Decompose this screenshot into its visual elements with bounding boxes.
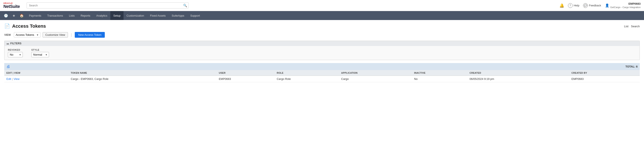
nav-customization-label: Customization bbox=[126, 14, 144, 17]
nav-setup[interactable]: Setup bbox=[110, 11, 124, 20]
col-created-by: CREATED BY bbox=[569, 70, 640, 76]
table-header-row: EDIT | VIEW TOKEN NAME USER ROLE APPLICA… bbox=[4, 70, 640, 76]
nav-analytics[interactable]: Analytics bbox=[93, 11, 110, 20]
view-select-wrapper: Access Tokens ▼ bbox=[14, 32, 40, 38]
page-actions: List Search bbox=[624, 25, 640, 28]
top-bar: ORACLE NetSuite 🔍 🔔 ? Help 💬 Feedback 👤 … bbox=[0, 0, 644, 11]
row-inactive: No bbox=[412, 76, 467, 82]
revoked-label: REVOKED bbox=[8, 48, 23, 51]
logo-area: ORACLE NetSuite bbox=[4, 2, 20, 8]
nav-transactions-label: Transactions bbox=[47, 14, 63, 17]
table-toolbar: 🖨 TOTAL: 6 bbox=[4, 63, 640, 70]
user-name: EMP0683 bbox=[610, 2, 640, 6]
revoked-select-wrapper: No Yes ▼ bbox=[8, 52, 23, 57]
col-token-name: TOKEN NAME bbox=[68, 70, 216, 76]
total-label: TOTAL: 6 bbox=[626, 65, 638, 68]
row-created: 06/05/2024 9:19 pm bbox=[468, 76, 570, 82]
nav-reports[interactable]: Reports bbox=[78, 11, 93, 20]
home-icon[interactable]: 🏠 bbox=[18, 11, 26, 20]
user-info: EMP0683 GetCargo - Cargo Integration bbox=[610, 2, 640, 9]
style-select-wrapper: Normal Custom ▼ bbox=[31, 52, 49, 57]
nav-payments[interactable]: Payments bbox=[26, 11, 44, 20]
page-title-area: 📄 Access Tokens bbox=[4, 24, 46, 29]
nav-setup-label: Setup bbox=[113, 14, 120, 17]
nav-customization[interactable]: Customization bbox=[124, 11, 147, 20]
view-label: VIEW bbox=[4, 34, 11, 36]
nav-fixed-assets[interactable]: Fixed Assets bbox=[147, 11, 169, 20]
col-application: APPLICATION bbox=[339, 70, 412, 76]
nav-lists-label: Lists bbox=[69, 14, 75, 17]
top-right-area: 🔔 ? Help 💬 Feedback 👤 EMP0683 GetCargo -… bbox=[560, 2, 640, 9]
view-select[interactable]: Access Tokens bbox=[14, 32, 40, 38]
col-created: CREATED bbox=[468, 70, 570, 76]
search-bar: 🔍 bbox=[26, 2, 188, 8]
netsuite-logo: NetSuite bbox=[4, 4, 20, 8]
filters-header: ▬ FILTERS bbox=[4, 41, 640, 46]
nav-transactions[interactable]: Transactions bbox=[44, 11, 66, 20]
feedback-icon: 💬 bbox=[583, 3, 588, 8]
page-title: Access Tokens bbox=[12, 24, 46, 29]
collapse-icon[interactable]: ▬ bbox=[6, 42, 9, 45]
list-link[interactable]: List bbox=[624, 25, 628, 28]
nav-suiteapps-label: SuiteApps bbox=[172, 14, 184, 17]
row-created-by: EMP0683 bbox=[569, 76, 640, 82]
style-label: STYLE bbox=[31, 48, 49, 51]
row-role: Cargo Role bbox=[274, 76, 339, 82]
page-icon: 📄 bbox=[4, 24, 10, 29]
nav-support[interactable]: Support bbox=[187, 11, 203, 20]
search-link[interactable]: Search bbox=[631, 25, 640, 28]
search-input[interactable] bbox=[26, 2, 188, 8]
filters-body: REVOKED No Yes ▼ STYLE Normal Custom ▼ bbox=[4, 46, 640, 60]
row-token-name: Cargo - EMP0683, Cargo Role bbox=[68, 76, 216, 82]
view-link[interactable]: View bbox=[14, 77, 20, 80]
table-section: 🖨 TOTAL: 6 EDIT | VIEW TOKEN NAME USER R… bbox=[4, 63, 640, 82]
toolbar: VIEW Access Tokens ▼ Customize View | Ne… bbox=[4, 32, 640, 38]
nav-fixed-assets-label: Fixed Assets bbox=[150, 14, 166, 17]
favorites-icon[interactable]: ★ bbox=[10, 11, 18, 20]
page-content: 📄 Access Tokens List Search VIEW Access … bbox=[0, 20, 644, 86]
help-item[interactable]: ? Help bbox=[568, 3, 580, 8]
table-row: Edit | View Cargo - EMP0683, Cargo Role … bbox=[4, 76, 640, 82]
nav-payments-label: Payments bbox=[29, 14, 41, 17]
nav-suiteapps[interactable]: SuiteApps bbox=[169, 11, 187, 20]
col-edit-view: EDIT | VIEW bbox=[4, 70, 68, 76]
col-inactive: INACTIVE bbox=[412, 70, 467, 76]
feedback-label: Feedback bbox=[589, 4, 601, 7]
notifications-icon[interactable]: 🔔 bbox=[560, 3, 564, 8]
user-icon: 👤 bbox=[605, 4, 609, 8]
new-access-token-button[interactable]: New Access Token bbox=[75, 32, 105, 38]
style-filter-group: STYLE Normal Custom ▼ bbox=[31, 48, 49, 57]
edit-view-separator: | bbox=[12, 77, 12, 80]
help-label: Help bbox=[574, 4, 580, 7]
filters-section: ▬ FILTERS REVOKED No Yes ▼ STYLE Normal bbox=[4, 41, 640, 60]
customize-view-button[interactable]: Customize View bbox=[42, 32, 68, 38]
row-user: EMP0683 bbox=[216, 76, 274, 82]
search-button[interactable]: 🔍 bbox=[183, 4, 187, 8]
nav-support-label: Support bbox=[190, 14, 200, 17]
edit-view-links: Edit | View bbox=[6, 77, 66, 80]
toolbar-divider: | bbox=[71, 32, 72, 37]
page-header: 📄 Access Tokens List Search bbox=[4, 24, 640, 29]
row-application: Cargo bbox=[339, 76, 412, 82]
style-select[interactable]: Normal Custom bbox=[31, 52, 49, 57]
nav-lists[interactable]: Lists bbox=[66, 11, 78, 20]
nav-bar: 🕐 ★ 🏠 Payments Transactions Lists Report… bbox=[0, 11, 644, 20]
revoked-select[interactable]: No Yes bbox=[8, 52, 23, 57]
feedback-item[interactable]: 💬 Feedback bbox=[583, 3, 601, 8]
edit-link[interactable]: Edit bbox=[6, 77, 11, 80]
nav-reports-label: Reports bbox=[80, 14, 90, 17]
nav-analytics-label: Analytics bbox=[96, 14, 107, 17]
table-header: EDIT | VIEW TOKEN NAME USER ROLE APPLICA… bbox=[4, 70, 640, 76]
user-item[interactable]: 👤 EMP0683 GetCargo - Cargo Integration bbox=[605, 2, 640, 9]
col-role: ROLE bbox=[274, 70, 339, 76]
table-toolbar-left: 🖨 bbox=[6, 64, 10, 69]
help-icon: ? bbox=[568, 3, 573, 8]
revoked-filter-group: REVOKED No Yes ▼ bbox=[8, 48, 23, 57]
table-body: Edit | View Cargo - EMP0683, Cargo Role … bbox=[4, 76, 640, 82]
recent-icon[interactable]: 🕐 bbox=[2, 11, 10, 20]
print-icon[interactable]: 🖨 bbox=[6, 64, 10, 69]
row-edit-view: Edit | View bbox=[4, 76, 68, 82]
tokens-table: EDIT | VIEW TOKEN NAME USER ROLE APPLICA… bbox=[4, 70, 640, 82]
user-company: GetCargo - Cargo Integration bbox=[610, 6, 640, 9]
col-user: USER bbox=[216, 70, 274, 76]
